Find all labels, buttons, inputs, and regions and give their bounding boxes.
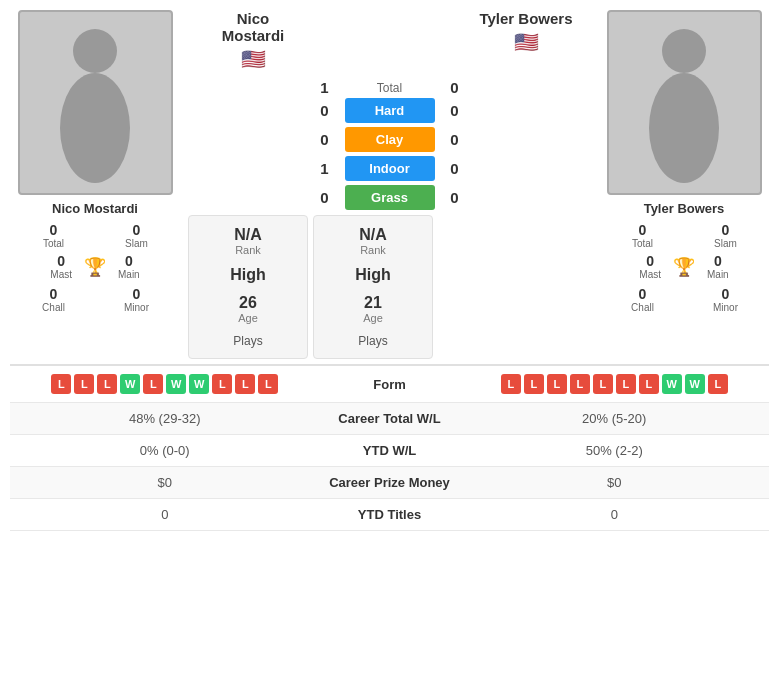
form-badge-left: W [166, 374, 186, 394]
right-player-stat-grid: 0 Total 0 Slam [599, 222, 769, 249]
right-chall-value: 0 [639, 286, 647, 302]
grass-badge: Grass [345, 185, 435, 210]
stats-right-value: 20% (5-20) [470, 411, 760, 426]
left-slam-value: 0 [133, 222, 141, 238]
left-total-label: Total [43, 238, 64, 249]
left-name-block: NicoMostardi 🇺🇸 [188, 10, 318, 71]
clay-right-score: 0 [440, 131, 470, 148]
stats-left-value: $0 [20, 475, 310, 490]
left-player-silhouette [45, 23, 145, 183]
right-total-score: 0 [440, 79, 470, 96]
right-mast-value: 0 [646, 253, 654, 269]
right-info-panel: N/A Rank High 21 Age Plays [313, 215, 433, 359]
form-left-badges: LLLWLWWLLL [20, 374, 310, 394]
form-badge-right: L [639, 374, 659, 394]
right-rank-label: Rank [360, 244, 386, 256]
left-trophy-row: 0 Mast 🏆 0 Main [10, 253, 180, 280]
right-player-section: Tyler Bowers 0 Total 0 Slam 0 Mast [599, 10, 769, 359]
left-flag-icon: 🇺🇸 [241, 47, 266, 71]
right-flag-icon: 🇺🇸 [514, 30, 539, 54]
right-mast-stat: 0 Mast [639, 253, 661, 280]
stats-right-value: 0 [470, 507, 760, 522]
form-badge-left: L [212, 374, 232, 394]
right-chall-stat: 0 Chall [607, 286, 678, 313]
indoor-right-score: 0 [440, 160, 470, 177]
clay-left-score: 0 [310, 131, 340, 148]
stats-row: 48% (29-32)Career Total W/L20% (5-20) [10, 403, 769, 435]
clay-badge: Clay [345, 127, 435, 152]
form-badge-left: L [143, 374, 163, 394]
right-form-badges: LLLLLLLWWL [470, 374, 760, 394]
left-total-value: 0 [50, 222, 58, 238]
form-badge-right: L [708, 374, 728, 394]
left-high-value: High [230, 266, 266, 284]
form-row: LLLWLWWLLL Form LLLLLLLWWL [10, 366, 769, 403]
indoor-badge: Indoor [345, 156, 435, 181]
comparison-wrapper: Nico Mostardi 0 Total 0 Slam 0 Mast [0, 0, 779, 541]
form-badge-right: L [570, 374, 590, 394]
left-minor-value: 0 [133, 286, 141, 302]
left-high-item: High [194, 266, 302, 284]
form-badge-left: L [235, 374, 255, 394]
right-chall-label: Chall [631, 302, 654, 313]
hard-row: 0 Hard 0 [188, 98, 591, 123]
left-form-badges: LLLWLWWLLL [20, 374, 310, 394]
form-center-label: Form [310, 377, 470, 392]
clay-row: 0 Clay 0 [188, 127, 591, 152]
form-badge-left: W [189, 374, 209, 394]
right-main-label: Main [707, 269, 729, 280]
total-score-row: 1 Total 0 [188, 79, 591, 96]
svg-point-1 [60, 73, 130, 183]
stats-center-label: Career Prize Money [310, 475, 470, 490]
main-container: Nico Mostardi 0 Total 0 Slam 0 Mast [0, 0, 779, 541]
right-mast-label: Mast [639, 269, 661, 280]
right-plays-label: Plays [358, 334, 387, 348]
stats-center-label: Career Total W/L [310, 411, 470, 426]
total-text: Total [345, 81, 435, 95]
right-total-value: 0 [639, 222, 647, 238]
stats-rows-container: 48% (29-32)Career Total W/L20% (5-20)0% … [10, 403, 769, 531]
left-minor-stat: 0 Minor [101, 286, 172, 313]
left-player-section: Nico Mostardi 0 Total 0 Slam 0 Mast [10, 10, 180, 359]
right-high-value: High [355, 266, 391, 284]
left-info-panel: N/A Rank High 26 Age Plays [188, 215, 308, 359]
left-mast-stat: 0 Mast [50, 253, 72, 280]
left-total-score: 1 [310, 79, 340, 96]
right-main-stat: 0 Main [707, 253, 729, 280]
left-chall-value: 0 [50, 286, 58, 302]
left-player-name: Nico Mostardi [52, 201, 138, 216]
form-badge-right: L [501, 374, 521, 394]
left-age-item: 26 Age [194, 294, 302, 324]
names-and-flag: NicoMostardi 🇺🇸 Tyler Bowers 🇺🇸 [188, 10, 591, 71]
right-age-label: Age [363, 312, 383, 324]
grass-right-score: 0 [440, 189, 470, 206]
right-minor-value: 0 [722, 286, 730, 302]
right-trophy-icon: 🏆 [673, 256, 695, 278]
right-main-value: 0 [714, 253, 722, 269]
stats-center-label: YTD Titles [310, 507, 470, 522]
surfaces-and-scores: 0 Hard 0 0 Clay 0 1 Indoor 0 [188, 98, 591, 210]
form-section: LLLWLWWLLL Form LLLLLLLWWL 48% (29-32)Ca… [10, 364, 769, 531]
right-slam-stat: 0 Slam [690, 222, 761, 249]
left-mast-value: 0 [57, 253, 65, 269]
middle-panels: N/A Rank High 26 Age Plays [188, 215, 591, 359]
left-age-value: 26 [239, 294, 257, 312]
stats-right-value: 50% (2-2) [470, 443, 760, 458]
form-badge-right: W [662, 374, 682, 394]
indoor-row: 1 Indoor 0 [188, 156, 591, 181]
grass-left-score: 0 [310, 189, 340, 206]
stats-left-value: 0 [20, 507, 310, 522]
right-bottom-stat-grid: 0 Chall 0 Minor [599, 286, 769, 313]
stats-right-value: $0 [470, 475, 760, 490]
left-slam-stat: 0 Slam [101, 222, 172, 249]
grass-row: 0 Grass 0 [188, 185, 591, 210]
form-badge-right: L [547, 374, 567, 394]
left-plays-label: Plays [233, 334, 262, 348]
left-rank-item: N/A Rank [194, 226, 302, 256]
left-player-photo [18, 10, 173, 195]
right-player-name: Tyler Bowers [644, 201, 725, 216]
form-badge-left: L [51, 374, 71, 394]
hard-right-score: 0 [440, 102, 470, 119]
form-badge-left: L [74, 374, 94, 394]
hard-left-score: 0 [310, 102, 340, 119]
